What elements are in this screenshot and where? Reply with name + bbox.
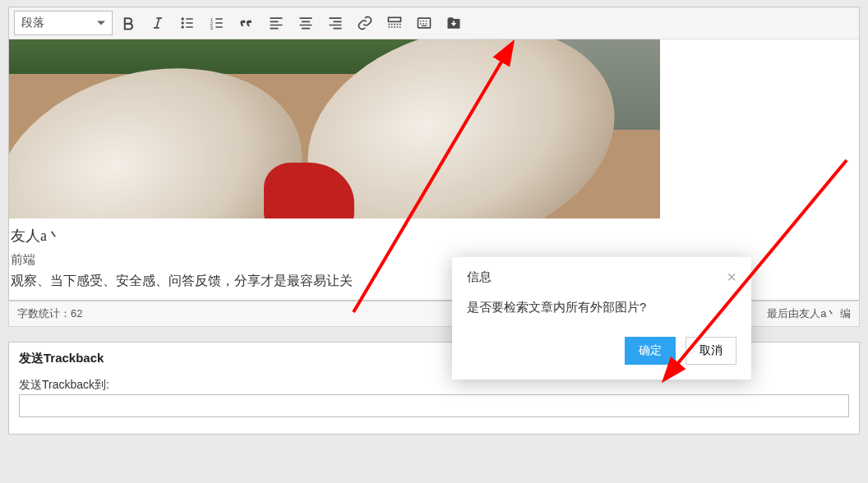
align-right-icon	[327, 15, 344, 31]
read-more-icon	[386, 15, 403, 31]
align-right-button[interactable]	[321, 11, 349, 35]
align-center-button[interactable]	[292, 11, 320, 35]
bold-button[interactable]	[114, 11, 142, 35]
dialog-close-button[interactable]: ×	[727, 269, 736, 285]
confirm-button[interactable]: 确定	[625, 337, 676, 365]
last-edited-by: 最后由友人a丶 编	[767, 306, 851, 321]
blockquote-icon	[238, 15, 255, 31]
link-button[interactable]	[351, 11, 379, 35]
toolbar-toggle-icon	[416, 15, 432, 31]
bold-icon	[120, 15, 136, 31]
svg-point-0	[182, 17, 184, 20]
align-center-icon	[298, 15, 314, 31]
content-line-1: 友人a丶	[11, 223, 857, 249]
confirm-dialog: 信息 × 是否要检索文章内所有外部图片? 确定 取消	[452, 256, 751, 380]
close-icon: ×	[727, 268, 736, 286]
blockquote-button[interactable]	[233, 11, 261, 35]
dialog-message: 是否要检索文章内所有外部图片?	[452, 293, 751, 337]
trackback-input[interactable]	[19, 394, 849, 417]
italic-icon	[150, 15, 166, 31]
toolbar-toggle-button[interactable]	[410, 11, 438, 35]
download-image-icon	[446, 15, 462, 31]
numbered-list-button[interactable]: 123	[203, 11, 231, 35]
numbered-list-icon: 123	[209, 15, 225, 31]
italic-button[interactable]	[144, 11, 172, 35]
link-icon	[357, 15, 373, 31]
content-image	[9, 39, 660, 218]
svg-rect-7	[418, 18, 431, 28]
format-select[interactable]: 段落	[14, 11, 113, 35]
dialog-title: 信息	[467, 269, 492, 285]
editor-toolbar: 段落 123	[9, 7, 859, 39]
cancel-button[interactable]: 取消	[686, 337, 736, 365]
svg-point-2	[182, 25, 184, 28]
align-left-button[interactable]	[262, 11, 290, 35]
dialog-footer: 确定 取消	[452, 337, 751, 380]
trackback-label: 发送Trackback到:	[19, 378, 849, 393]
svg-text:3: 3	[210, 25, 213, 30]
svg-rect-6	[389, 17, 401, 21]
svg-point-1	[182, 21, 184, 24]
bullet-list-icon	[179, 15, 196, 31]
download-images-button[interactable]	[440, 11, 468, 35]
align-left-icon	[268, 15, 284, 31]
dialog-header: 信息 ×	[452, 257, 751, 293]
read-more-button[interactable]	[381, 11, 409, 35]
word-count: 字数统计：62	[17, 306, 82, 321]
format-select-label: 段落	[21, 16, 44, 30]
bullet-list-button[interactable]	[173, 11, 201, 35]
